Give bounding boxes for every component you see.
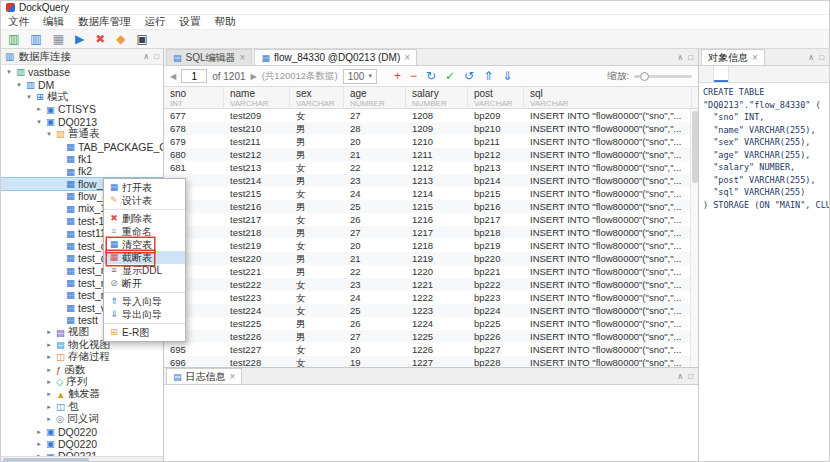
table-cell[interactable]: bp219 (468, 239, 524, 252)
table-cell[interactable]: INSERT INTO "flow80000"("sno","... (524, 278, 690, 291)
table-cell[interactable]: 女 (290, 161, 344, 174)
editor-tab[interactable]: ▦ flow_84330 @DQ0213 (DM) × (254, 49, 417, 65)
table-cell[interactable]: INSERT INTO "flow80000"("sno","... (524, 252, 690, 265)
collapse-icon[interactable]: ∧ (677, 53, 683, 62)
prev-page-icon[interactable]: ◀ (170, 72, 176, 81)
table-cell[interactable]: 24 (344, 291, 406, 304)
object-info-tab[interactable]: 对象信息 × (701, 49, 765, 65)
table-row[interactable]: 681test213女221212bp213INSERT INTO "flow8… (164, 161, 690, 174)
table-cell[interactable]: 26 (344, 213, 406, 226)
tree-expand-arrow[interactable]: ▸ (45, 328, 53, 336)
table-row[interactable]: 679test211男201210bp211INSERT INTO "flow8… (164, 135, 690, 148)
table-cell[interactable]: INSERT INTO "flow80000"("sno","... (524, 304, 690, 317)
table-cell[interactable]: 1211 (406, 148, 468, 161)
tree-item[interactable]: ▸ ƒ 函数 (1, 363, 163, 375)
tree-item[interactable]: ▸ ▣ CTISYS (1, 103, 163, 115)
table-cell[interactable]: INSERT INTO "flow80000"("sno","... (524, 226, 690, 239)
table-cell[interactable]: 男 (290, 122, 344, 135)
table-cell[interactable]: 1214 (406, 187, 468, 200)
console-icon[interactable]: ▣ (137, 33, 148, 45)
table-cell[interactable]: 677 (164, 109, 224, 122)
context-menu-item[interactable]: ≡ 显示DDL (104, 264, 185, 277)
table-cell[interactable]: 1221 (406, 278, 468, 291)
context-menu-item[interactable]: ✖ 删除表 (104, 209, 185, 225)
table-cell[interactable]: bp220 (468, 252, 524, 265)
tree-item[interactable]: ▸ ◇ 序列 (1, 376, 163, 388)
table-cell[interactable]: 1217 (406, 226, 468, 239)
tree-item[interactable]: ▸ ◫ 存储过程 (1, 351, 163, 363)
tree-expand-arrow[interactable]: ▸ (35, 105, 43, 113)
table-cell[interactable]: test225 (224, 317, 290, 330)
table-cell[interactable]: 695 (164, 343, 224, 356)
tree-item[interactable]: ▾ ▧ 普通表 (1, 128, 163, 140)
table-row[interactable]: 690test222女231221bp222INSERT INTO "flow8… (164, 278, 690, 291)
table-cell[interactable]: INSERT INTO "flow80000"("sno","... (524, 174, 690, 187)
restore-icon[interactable]: □ (688, 53, 693, 62)
table-cell[interactable]: 25 (344, 304, 406, 317)
table-cell[interactable]: test221 (224, 265, 290, 278)
table-row[interactable]: 695test227女201226bp227INSERT INTO "flow8… (164, 343, 690, 356)
table-cell[interactable]: bp211 (468, 135, 524, 148)
table-cell[interactable]: 1219 (406, 252, 468, 265)
menubar-item[interactable]: 设置 (173, 15, 208, 29)
restore-icon[interactable]: □ (154, 52, 159, 61)
table-cell[interactable]: bp213 (468, 161, 524, 174)
object-subtab[interactable] (699, 66, 714, 82)
table-cell[interactable]: 19 (344, 356, 406, 367)
table-cell[interactable]: bp224 (468, 304, 524, 317)
tree-item[interactable]: ▦ fk1 (1, 153, 163, 165)
table-cell[interactable]: 女 (290, 239, 344, 252)
table-row[interactable]: 680test212男211211bp212INSERT INTO "flow8… (164, 148, 690, 161)
table-cell[interactable]: 27 (344, 109, 406, 122)
page-size-select[interactable]: 100 ▾ (343, 69, 377, 84)
table-cell[interactable]: 1218 (406, 239, 468, 252)
table-cell[interactable]: test228 (224, 356, 290, 367)
table-cell[interactable]: test220 (224, 252, 290, 265)
table-cell[interactable]: bp218 (468, 226, 524, 239)
table-cell[interactable]: 男 (290, 200, 344, 213)
table-cell[interactable]: 679 (164, 135, 224, 148)
table-row[interactable]: 677test209女271208bp209INSERT INTO "flow8… (164, 109, 690, 122)
table-row[interactable]: 682test214男231213bp214INSERT INTO "flow8… (164, 174, 690, 187)
tree-expand-arrow[interactable]: ▾ (15, 81, 23, 89)
table-cell[interactable]: INSERT INTO "flow80000"("sno","... (524, 187, 690, 200)
table-row[interactable]: 683test215女241214bp215INSERT INTO "flow8… (164, 187, 690, 200)
table-cell[interactable]: INSERT INTO "flow80000"("sno","... (524, 161, 690, 174)
column-header[interactable]: name VARCHAR (224, 87, 290, 108)
table-cell[interactable]: INSERT INTO "flow80000"("sno","... (524, 109, 690, 122)
table-cell[interactable]: 1208 (406, 109, 468, 122)
table-cell[interactable]: 24 (344, 187, 406, 200)
column-header[interactable]: sno INT (164, 87, 224, 108)
table-cell[interactable]: bp209 (468, 109, 524, 122)
table-cell[interactable]: 696 (164, 356, 224, 367)
page-number-input[interactable] (181, 69, 207, 83)
table-cell[interactable]: test227 (224, 343, 290, 356)
table-cell[interactable]: test217 (224, 213, 290, 226)
table-row[interactable]: 696test228女191227bp228INSERT INTO "flow8… (164, 356, 690, 367)
table-cell[interactable]: 1213 (406, 174, 468, 187)
table-cell[interactable]: 23 (344, 278, 406, 291)
table-cell[interactable]: 27 (344, 226, 406, 239)
tree-expand-arrow[interactable]: ▸ (35, 440, 43, 448)
table-cell[interactable]: bp215 (468, 187, 524, 200)
tree-expand-arrow[interactable]: ▸ (45, 403, 53, 411)
table-cell[interactable]: 678 (164, 122, 224, 135)
scrollbar-thumb[interactable] (692, 111, 698, 183)
run-query-icon[interactable]: ▶ (75, 33, 84, 45)
context-menu-item[interactable]: ✎ 设计表 (104, 194, 185, 207)
table-cell[interactable]: 1220 (406, 265, 468, 278)
table-cell[interactable]: 25 (344, 200, 406, 213)
collapse-icon[interactable]: ∧ (677, 372, 683, 381)
table-cell[interactable]: test219 (224, 239, 290, 252)
context-menu-item[interactable]: ▦ 清空表 (104, 238, 185, 251)
table-cell[interactable]: 20 (344, 135, 406, 148)
table-cell[interactable]: 1212 (406, 161, 468, 174)
table-cell[interactable]: INSERT INTO "flow80000"("sno","... (524, 356, 690, 367)
next-page-icon[interactable]: ▶ (251, 72, 257, 81)
table-cell[interactable]: 1223 (406, 304, 468, 317)
tree-item[interactable]: ▾ ▥ vastbase (1, 66, 163, 78)
table-cell[interactable]: INSERT INTO "flow80000"("sno","... (524, 343, 690, 356)
editor-tab[interactable]: ▤ SQL编辑器 × (166, 49, 252, 65)
tree-expand-arrow[interactable]: ▸ (35, 428, 43, 436)
table-cell[interactable]: bp216 (468, 200, 524, 213)
